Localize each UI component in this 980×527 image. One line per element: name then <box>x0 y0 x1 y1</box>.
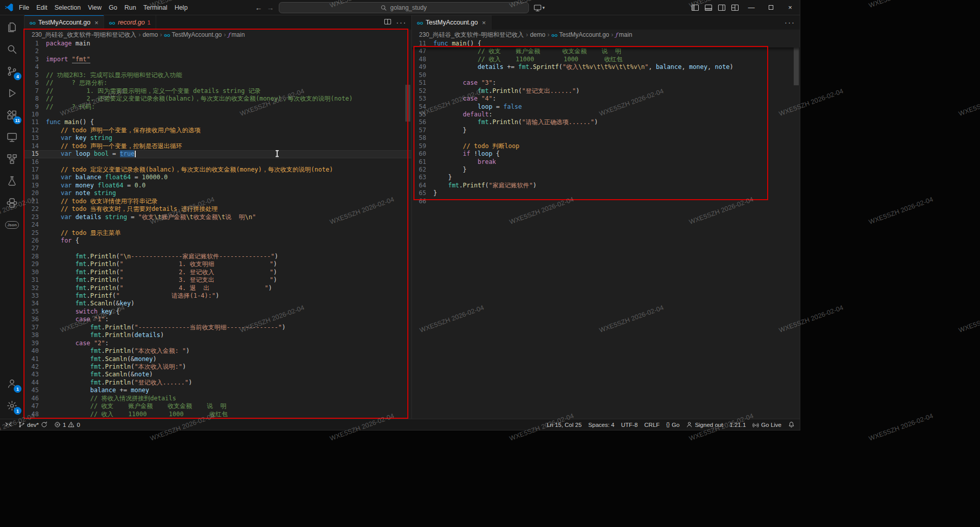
eol[interactable]: CRLF <box>644 422 659 428</box>
code-line-42[interactable]: 42 fmt.Println("本次收入说明:") <box>24 363 411 371</box>
breadcrumb-item[interactable]: ƒmain <box>228 31 245 38</box>
code-line-51[interactable]: 51 case "3": <box>412 79 800 87</box>
code-line-63[interactable]: 63 } <box>412 174 800 181</box>
code-line-34[interactable]: 34 fmt.Scanln(&key) <box>24 300 411 307</box>
toggle-secondary-sidebar-icon[interactable] <box>715 4 728 12</box>
problems[interactable]: 10 <box>54 421 80 428</box>
code-line-46[interactable]: 46 // 将收入情况拼接到details <box>24 395 411 402</box>
breadcrumb-item[interactable]: demo <box>530 31 545 38</box>
toggle-panel-icon[interactable] <box>702 4 715 12</box>
breadcrumb-item[interactable]: GOTestMyAccount.go <box>551 31 609 38</box>
command-center-search[interactable]: golang_study <box>279 2 529 13</box>
cursor-position[interactable]: Ln 15, Col 25 <box>547 422 581 428</box>
code-line-45[interactable]: 45 balance += money <box>24 387 411 394</box>
signed-out[interactable]: Signed out <box>686 421 723 428</box>
code-line-6[interactable]: 6// ? 思路分析: <box>24 79 411 87</box>
code-line-58[interactable]: 58 <box>412 134 800 142</box>
code-line-9[interactable]: 9// ? 代码: <box>24 103 411 111</box>
more-actions-icon[interactable]: ··· <box>785 18 795 27</box>
menu-file[interactable]: File <box>15 0 33 15</box>
code-line-31[interactable]: 31 fmt.Println(" 3. 登记支出 ") <box>24 276 411 284</box>
json-icon[interactable]: Json <box>0 214 24 236</box>
code-line-47[interactable]: 47 // 收支 账户金额 收支金额 说 明 <box>24 402 411 410</box>
code-editor-right[interactable]: 11func main() {47 // 收支 账户金额 收支金额 说 明48 … <box>412 40 800 419</box>
scrollbar-thumb[interactable] <box>794 44 799 85</box>
tab-testmyaccount-go[interactable]: GOTestMyAccount.go× <box>24 15 104 30</box>
references-icon[interactable] <box>0 148 24 170</box>
minimize-button[interactable]: — <box>742 0 761 15</box>
code-line-59[interactable]: 59 // todo 判断loop <box>412 142 800 150</box>
code-line-64[interactable]: 64 fmt.Printf("家庭记账软件") <box>412 182 800 189</box>
code-line-48[interactable]: 48 // 收入 11000 1000 收红包 <box>24 411 411 418</box>
indentation[interactable]: Spaces: 4 <box>589 422 615 428</box>
code-line-54[interactable]: 54 loop = false <box>412 103 800 111</box>
nav-back-icon[interactable]: ← <box>255 4 262 12</box>
tab-testmyaccount-go[interactable]: GOTestMyAccount.go× <box>412 15 492 30</box>
customize-layout-icon[interactable] <box>728 4 742 12</box>
code-line-35[interactable]: 35 switch key { <box>24 308 411 316</box>
menu-go[interactable]: Go <box>105 0 121 15</box>
code-line-16[interactable]: 16 <box>24 158 411 166</box>
code-line-66[interactable]: 66 <box>412 198 800 205</box>
code-line-48[interactable]: 48 // 收入 11000 1000 收红包 <box>412 56 800 63</box>
menu-terminal[interactable]: Terminal <box>140 0 171 15</box>
code-line-40[interactable]: 40 fmt.Println("本次收入金额: ") <box>24 347 411 355</box>
scrollbar-thumb[interactable] <box>405 85 410 122</box>
language-mode[interactable]: {}Go <box>666 422 679 428</box>
code-line-39[interactable]: 39 case "2": <box>24 340 411 347</box>
nav-forward-icon[interactable]: → <box>267 4 274 12</box>
settings-icon[interactable]: 1 <box>0 395 24 417</box>
code-line-11[interactable]: 11func main() { <box>24 118 411 126</box>
code-line-55[interactable]: 55 default: <box>412 111 800 118</box>
code-line-15[interactable]: 15 var loop bool = true <box>24 150 411 158</box>
breadcrumb-item[interactable]: ƒmain <box>616 31 632 38</box>
breadcrumb-item[interactable]: GOTestMyAccount.go <box>164 31 222 38</box>
code-line-1[interactable]: 1package main <box>24 40 411 47</box>
code-line-4[interactable]: 4 <box>24 63 411 71</box>
code-line-60[interactable]: 60 if !loop { <box>412 150 800 158</box>
code-line-29[interactable]: 29 fmt.Println(" 1. 收支明细 ") <box>24 260 411 268</box>
code-line-8[interactable]: 8// 2. 还需要定义变量记录余额(balanc)，每次支出的收支金额(mon… <box>24 95 411 103</box>
code-line-10[interactable]: 10 <box>24 111 411 118</box>
code-line-32[interactable]: 32 fmt.Println(" 4. 退 出 ") <box>24 284 411 292</box>
code-line-33[interactable]: 33 fmt.Printf(" 请选择(1-4):") <box>24 292 411 300</box>
code-line-18[interactable]: 18 var balance float64 = 10000.0 <box>24 174 411 181</box>
code-line-53[interactable]: 53 case "4": <box>412 95 800 103</box>
encoding[interactable]: UTF-8 <box>621 422 638 428</box>
run-debug-icon[interactable] <box>0 82 24 104</box>
notifications[interactable] <box>788 421 795 428</box>
code-line-19[interactable]: 19 var money float64 = 0.0 <box>24 182 411 189</box>
code-line-52[interactable]: 52 fmt.Println("登记支出......") <box>412 87 800 95</box>
menu-selection[interactable]: Selection <box>51 0 84 15</box>
explorer-icon[interactable] <box>0 16 24 38</box>
menu-view[interactable]: View <box>84 0 105 15</box>
remote-indicator[interactable] <box>5 421 12 428</box>
menu-edit[interactable]: Edit <box>33 0 51 15</box>
source-control-icon[interactable]: 4 <box>0 60 24 82</box>
code-line-44[interactable]: 44 fmt.Println("登记收入......") <box>24 379 411 387</box>
code-line-24[interactable]: 24 <box>24 221 411 229</box>
code-line-7[interactable]: 7// 1. 因为需要显示明细，定义一个变量 details string 记录 <box>24 87 411 95</box>
search-icon[interactable] <box>0 38 24 60</box>
extensions-icon[interactable]: 11 <box>0 104 24 126</box>
code-line-25[interactable]: 25 // todo 显示主菜单 <box>24 229 411 237</box>
screencast-icon[interactable]: ▾ <box>533 4 545 12</box>
testing-icon[interactable] <box>0 170 24 192</box>
account-icon[interactable]: 1 <box>0 373 24 395</box>
code-line-37[interactable]: 37 fmt.Println("--------------当前收支明细----… <box>24 324 411 331</box>
menu-run[interactable]: Run <box>121 0 140 15</box>
code-line-2[interactable]: 2 <box>24 47 411 55</box>
code-line-41[interactable]: 41 fmt.Scanln(&money) <box>24 355 411 363</box>
code-line-14[interactable]: 14 // todo 声明一个变量，控制是否退出循环 <box>24 142 411 150</box>
maximize-button[interactable] <box>761 0 780 15</box>
close-icon[interactable]: × <box>94 19 99 27</box>
code-line-3[interactable]: 3import "fmt" <box>24 56 411 63</box>
code-line-36[interactable]: 36 case "1": <box>24 316 411 323</box>
code-line-22[interactable]: 22 // todo 当有收支时，只需要对details 进行拼接处理 <box>24 205 411 213</box>
code-line-61[interactable]: 61 break <box>412 158 800 166</box>
code-line-49[interactable]: 49 details += fmt.Sprintf("收入\t%v\t\t%v\… <box>24 418 411 419</box>
go-version[interactable]: 1.21.1 <box>729 422 746 428</box>
code-line-12[interactable]: 12 // todo 声明一个变量，保存接收用户输入的选项 <box>24 127 411 134</box>
code-line-56[interactable]: 56 fmt.Println("请输入正确选项......") <box>412 118 800 126</box>
code-line-62[interactable]: 62 } <box>412 166 800 174</box>
